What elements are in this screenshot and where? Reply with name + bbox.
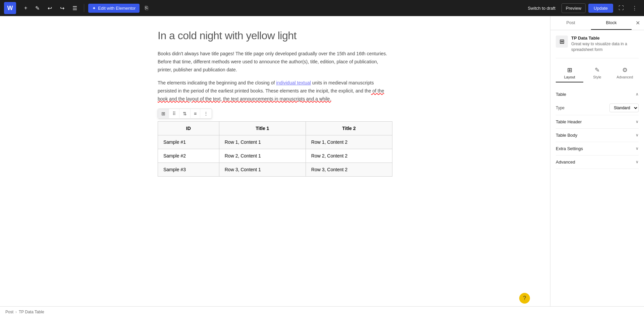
accordion-advanced: Advanced ∨ xyxy=(556,155,639,169)
breadcrumb-post[interactable]: Post xyxy=(5,310,13,314)
table-cell: Row 3, Content 1 xyxy=(219,163,306,176)
accordion-table-body-btn[interactable]: Table Body ∨ xyxy=(556,129,639,142)
table-body: Sample #1 Row 1, Content 1 Row 1, Conten… xyxy=(158,135,392,176)
tab-post[interactable]: Post xyxy=(550,16,591,30)
list-view-button[interactable]: ☰ xyxy=(70,3,80,13)
table-cell: Row 3, Content 2 xyxy=(306,163,392,176)
accordion-table-chevron: ∧ xyxy=(636,92,639,97)
layout-icon: ⊞ xyxy=(567,66,572,74)
table-cell: Sample #1 xyxy=(158,135,219,149)
accordion-advanced-btn[interactable]: Advanced ∨ xyxy=(556,155,639,169)
accordion-advanced-chevron: ∨ xyxy=(636,160,639,164)
accordion-table-body-chevron: ∨ xyxy=(636,133,639,137)
block-align-btn[interactable]: ≡ xyxy=(191,109,200,118)
table-cell: Row 1, Content 1 xyxy=(219,135,306,149)
block-more-btn[interactable]: ⋮ xyxy=(200,109,212,118)
table-header-cell-id: ID xyxy=(158,121,219,135)
accordion-table-header[interactable]: Table ∧ xyxy=(556,88,639,101)
redo-button[interactable]: ↪ xyxy=(57,3,67,13)
type-label: Type xyxy=(556,106,565,110)
block-table-icon-btn[interactable]: ⊞ xyxy=(158,109,169,118)
help-circle[interactable]: ? xyxy=(519,293,530,304)
type-setting-row: Type Standard xyxy=(556,101,639,115)
block-info: ⊞ TP Data Table Great way to visualize d… xyxy=(556,36,639,58)
switch-draft-button[interactable]: Switch to draft xyxy=(524,4,558,13)
tab-block[interactable]: Block xyxy=(591,16,632,30)
editor-content: In a cold night with yellow light Books … xyxy=(151,16,399,190)
block-move-btn[interactable]: ⇅ xyxy=(179,109,191,118)
para2-prefix: The elements indicating the beginning an… xyxy=(158,80,276,85)
sub-tab-advanced[interactable]: ⚙ Advanced xyxy=(611,64,639,82)
accordion-table-header-label: Table Header xyxy=(556,119,582,124)
accordion-table-body: Table Body ∨ xyxy=(556,129,639,142)
block-desc: Great way to visualize data in a spreads… xyxy=(571,41,639,53)
status-bar: Post › TP Data Table xyxy=(0,306,644,317)
add-block-button[interactable]: + xyxy=(21,3,30,13)
table-cell: Sample #3 xyxy=(158,163,219,176)
accordion-table-header-section: Table Header ∨ xyxy=(556,115,639,129)
accordion-extra-settings-label: Extra Settings xyxy=(556,146,583,151)
accordion-table-header-btn[interactable]: Table Header ∨ xyxy=(556,115,639,128)
accordion-table-header-chevron: ∨ xyxy=(636,119,639,124)
sub-tab-layout-label: Layout xyxy=(564,75,575,79)
block-drag-btn[interactable]: ⠿ xyxy=(169,109,179,118)
accordion-table: Table ∧ Type Standard xyxy=(556,88,639,115)
table-header: ID Title 1 Title 2 xyxy=(158,121,392,135)
elementor-label: Edit with Elementor xyxy=(98,6,136,11)
elementor-button[interactable]: ✦ Edit with Elementor xyxy=(88,4,140,13)
type-select[interactable]: Standard xyxy=(609,104,639,112)
more-options-button[interactable]: ⋮ xyxy=(629,3,640,13)
wp-logo: W xyxy=(4,2,16,14)
main-layout: In a cold night with yellow light Books … xyxy=(0,16,644,306)
paragraph-1: Books didn't always have title pages! Th… xyxy=(158,50,392,74)
table-cell: Sample #2 xyxy=(158,149,219,163)
accordion-extra-settings: Extra Settings ∨ xyxy=(556,142,639,155)
edit-button[interactable]: ✎ xyxy=(33,3,42,13)
table-header-cell-title2: Title 2 xyxy=(306,121,392,135)
table-row: Sample #3 Row 3, Content 1 Row 3, Conten… xyxy=(158,163,392,176)
elementor-icon: ✦ xyxy=(92,6,96,11)
right-panel: Post Block ✕ ⊞ TP Data Table Great way t… xyxy=(550,16,644,306)
data-table: ID Title 1 Title 2 Sample #1 Row 1, Cont… xyxy=(158,121,392,177)
table-cell: Row 2, Content 2 xyxy=(306,149,392,163)
fullscreen-button[interactable]: ⛶ xyxy=(616,3,627,13)
accordion-extra-settings-btn[interactable]: Extra Settings ∨ xyxy=(556,142,639,155)
block-meta: TP Data Table Great way to visualize dat… xyxy=(571,36,639,53)
sub-tab-layout[interactable]: ⊞ Layout xyxy=(556,64,583,82)
paragraph-2: The elements indicating the beginning an… xyxy=(158,79,392,103)
style-icon: ✎ xyxy=(595,66,600,74)
panel-close-button[interactable]: ✕ xyxy=(632,16,644,30)
block-name: TP Data Table xyxy=(571,36,639,41)
accordion-table-body-label: Table Body xyxy=(556,133,577,138)
table-row: Sample #2 Row 2, Content 1 Row 2, Conten… xyxy=(158,149,392,163)
accordion-extra-settings-chevron: ∨ xyxy=(636,146,639,151)
advanced-icon: ⚙ xyxy=(622,66,628,74)
panel-sub-tabs: ⊞ Layout ✎ Style ⚙ Advanced xyxy=(556,64,639,82)
post-title: In a cold night with yellow light xyxy=(158,29,392,42)
table-cell: Row 1, Content 2 xyxy=(306,135,392,149)
panel-tabs: Post Block ✕ xyxy=(550,16,644,30)
panel-content: ⊞ TP Data Table Great way to visualize d… xyxy=(550,30,644,306)
toolbar-divider xyxy=(84,4,84,12)
block-toolbar: ⊞ ⠿ ⇅ ≡ ⋮ xyxy=(158,109,212,119)
wp-logo-letter: W xyxy=(7,5,13,12)
block-icon: ⊞ xyxy=(556,36,568,48)
breadcrumb-separator: › xyxy=(15,310,17,314)
sub-tab-style-label: Style xyxy=(593,75,601,79)
top-toolbar: W + ✎ ↩ ↪ ☰ ✦ Edit with Elementor ⎘ Swit… xyxy=(0,0,644,16)
accordion-advanced-label: Advanced xyxy=(556,160,575,165)
table-cell: Row 2, Content 1 xyxy=(219,149,306,163)
copy-button[interactable]: ⎘ xyxy=(142,3,151,13)
preview-button[interactable]: Preview xyxy=(561,3,586,13)
table-row: Sample #1 Row 1, Content 1 Row 1, Conten… xyxy=(158,135,392,149)
table-header-cell-title1: Title 1 xyxy=(219,121,306,135)
table-header-row: ID Title 1 Title 2 xyxy=(158,121,392,135)
sub-tab-advanced-label: Advanced xyxy=(616,75,633,79)
para2-link[interactable]: individual textual xyxy=(276,80,311,85)
undo-button[interactable]: ↩ xyxy=(45,3,55,13)
breadcrumb-item: TP Data Table xyxy=(19,310,44,314)
update-button[interactable]: Update xyxy=(588,4,613,13)
editor-area: In a cold night with yellow light Books … xyxy=(0,16,550,306)
accordion-table-label: Table xyxy=(556,92,566,97)
sub-tab-style[interactable]: ✎ Style xyxy=(583,64,611,82)
